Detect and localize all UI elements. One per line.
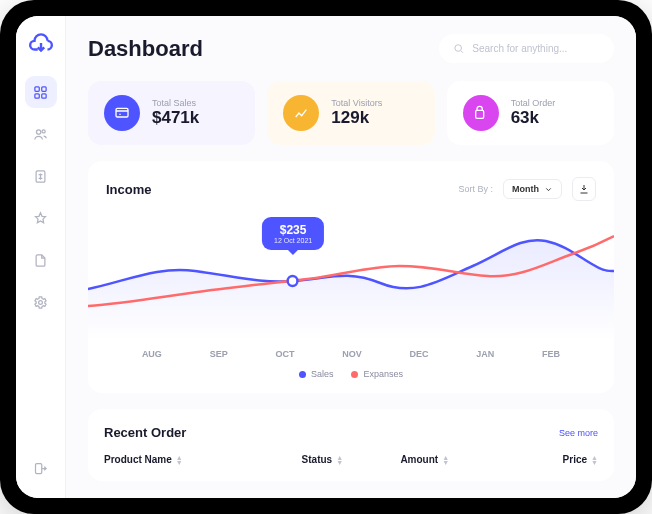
stat-label: Total Order — [511, 98, 556, 108]
col-price[interactable]: Price ▲▼ — [499, 454, 598, 465]
svg-point-7 — [39, 300, 43, 304]
chart-xaxis: AUG SEP OCT NOV DEC JAN FEB — [88, 341, 614, 359]
xaxis-label: NOV — [342, 349, 362, 359]
tablet-frame: Dashboard Total Sales $471k Total Visito… — [0, 0, 652, 514]
screen: Dashboard Total Sales $471k Total Visito… — [16, 16, 636, 498]
sort-label: Sort By : — [458, 184, 493, 194]
search-box[interactable] — [439, 34, 614, 63]
sales-icon — [104, 95, 140, 131]
search-input[interactable] — [472, 43, 600, 54]
stat-value: 63k — [511, 108, 556, 128]
nav-users-icon[interactable] — [25, 118, 57, 150]
app-logo — [28, 30, 54, 56]
chevron-down-icon — [544, 185, 553, 194]
xaxis-label: FEB — [542, 349, 560, 359]
nav-dashboard-icon[interactable] — [25, 76, 57, 108]
header-row: Dashboard — [88, 34, 614, 63]
nav-settings-icon[interactable] — [25, 286, 57, 318]
legend-dot-sales — [299, 371, 306, 378]
col-label: Amount — [400, 454, 438, 465]
svg-rect-3 — [42, 93, 46, 97]
stat-label: Total Sales — [152, 98, 199, 108]
sidebar — [16, 16, 66, 498]
chart-legend: Sales Expanses — [88, 369, 614, 379]
legend-dot-expanses — [351, 371, 358, 378]
svg-rect-2 — [35, 93, 39, 97]
stat-card-orders[interactable]: Total Order 63k — [447, 81, 614, 145]
legend-item-expanses: Expanses — [351, 369, 403, 379]
col-status[interactable]: Status ▲▼ — [302, 454, 401, 465]
download-button[interactable] — [572, 177, 596, 201]
legend-label: Expanses — [363, 369, 403, 379]
orders-icon — [463, 95, 499, 131]
tooltip-value: $235 — [274, 223, 312, 237]
income-chart-card: Income Sort By : Month — [88, 161, 614, 393]
chart-area: $235 12 Oct 2021 — [88, 211, 614, 341]
stat-value: $471k — [152, 108, 199, 128]
xaxis-label: OCT — [275, 349, 294, 359]
nav-file-icon[interactable] — [25, 244, 57, 276]
sort-value: Month — [512, 184, 539, 194]
xaxis-label: DEC — [409, 349, 428, 359]
nav-icons — [25, 76, 57, 318]
svg-rect-0 — [35, 86, 39, 90]
xaxis-label: JAN — [476, 349, 494, 359]
orders-columns: Product Name ▲▼ Status ▲▼ Amount ▲▼ Pric… — [104, 454, 598, 465]
stat-label: Total Visitors — [331, 98, 382, 108]
chart-highlight-point — [288, 276, 298, 286]
tooltip-date: 12 Oct 2021 — [274, 237, 312, 244]
svg-rect-1 — [42, 86, 46, 90]
stat-info-visitors: Total Visitors 129k — [331, 98, 382, 128]
stat-card-sales[interactable]: Total Sales $471k — [88, 81, 255, 145]
col-label: Price — [563, 454, 587, 465]
chart-title: Income — [106, 182, 152, 197]
main-content: Dashboard Total Sales $471k Total Visito… — [66, 16, 636, 498]
svg-rect-8 — [36, 463, 42, 473]
sort-arrows-icon: ▲▼ — [176, 455, 183, 465]
sort-arrows-icon: ▲▼ — [336, 455, 343, 465]
stat-value: 129k — [331, 108, 382, 128]
page-title: Dashboard — [88, 36, 203, 62]
xaxis-label: SEP — [210, 349, 228, 359]
svg-point-5 — [42, 129, 45, 132]
sort-select[interactable]: Month — [503, 179, 562, 199]
svg-rect-10 — [116, 108, 128, 117]
stats-row: Total Sales $471k Total Visitors 129k To… — [88, 81, 614, 145]
see-more-link[interactable]: See more — [559, 428, 598, 438]
nav-favorites-icon[interactable] — [25, 202, 57, 234]
logout-icon[interactable] — [25, 452, 57, 484]
xaxis-label: AUG — [142, 349, 162, 359]
chart-header: Income Sort By : Month — [88, 177, 614, 211]
visitors-icon — [283, 95, 319, 131]
search-icon — [453, 42, 464, 55]
stat-info-orders: Total Order 63k — [511, 98, 556, 128]
svg-rect-11 — [475, 110, 483, 118]
nav-invoice-icon[interactable] — [25, 160, 57, 192]
col-amount[interactable]: Amount ▲▼ — [400, 454, 499, 465]
legend-item-sales: Sales — [299, 369, 334, 379]
chart-controls: Sort By : Month — [458, 177, 596, 201]
orders-header: Recent Order See more — [104, 425, 598, 440]
chart-svg — [88, 211, 614, 341]
col-product-name[interactable]: Product Name ▲▼ — [104, 454, 302, 465]
svg-point-4 — [36, 129, 40, 133]
chart-tooltip: $235 12 Oct 2021 — [262, 217, 324, 250]
stat-card-visitors[interactable]: Total Visitors 129k — [267, 81, 434, 145]
svg-point-9 — [455, 45, 462, 52]
orders-title: Recent Order — [104, 425, 186, 440]
download-icon — [578, 183, 590, 195]
sort-arrows-icon: ▲▼ — [442, 455, 449, 465]
col-label: Product Name — [104, 454, 172, 465]
legend-label: Sales — [311, 369, 334, 379]
stat-info-sales: Total Sales $471k — [152, 98, 199, 128]
recent-order-card: Recent Order See more Product Name ▲▼ St… — [88, 409, 614, 481]
sort-arrows-icon: ▲▼ — [591, 455, 598, 465]
col-label: Status — [302, 454, 333, 465]
